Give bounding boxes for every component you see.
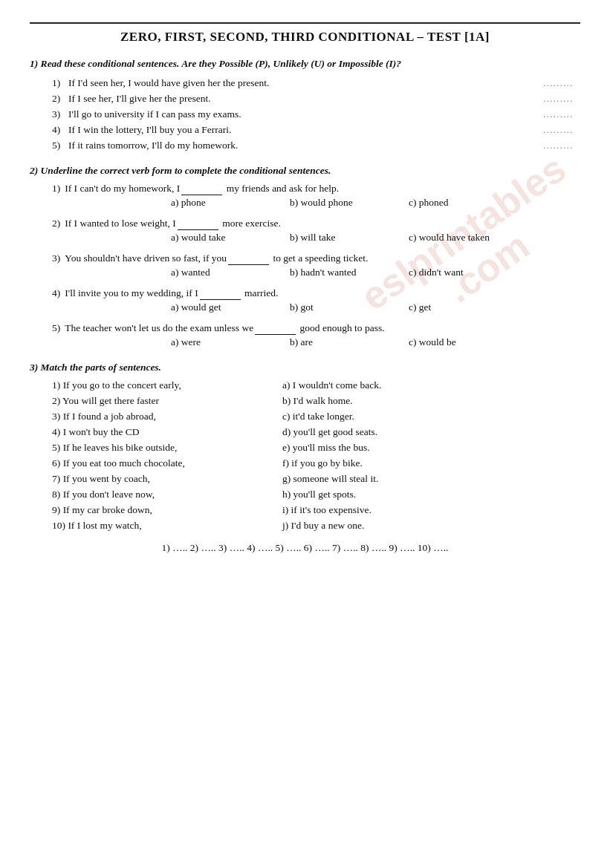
match-left: 5) If he leaves his bike outside, xyxy=(52,442,282,454)
item-dots: ……… xyxy=(536,93,580,105)
q-num: 2) xyxy=(52,218,60,229)
match-num: 7) xyxy=(52,473,60,484)
q-after: more exercise. xyxy=(220,218,281,229)
item-num: 2) xyxy=(52,93,68,105)
blank xyxy=(228,252,269,265)
answer-options-row: a) wereb) arec) would be xyxy=(171,336,580,348)
match-num: 9) xyxy=(52,504,60,515)
blank xyxy=(255,322,296,335)
match-left: 8) If you don't leave now, xyxy=(52,489,282,500)
match-left: 10) If I lost my watch, xyxy=(52,520,282,532)
item-dots: ……… xyxy=(536,77,580,89)
item-text: If I win the lottery, I'll buy you a Fer… xyxy=(68,124,231,136)
match-row: 2) You will get there fasterb) I'd walk … xyxy=(52,395,580,407)
answer-option: b) would phone xyxy=(290,197,409,209)
q-before: The teacher won't let us do the exam unl… xyxy=(65,322,253,333)
match-right: f) if you go by bike. xyxy=(282,457,363,469)
answer-option: b) are xyxy=(290,336,409,348)
answer-option: b) hadn't wanted xyxy=(290,267,409,278)
q-after: to get a speeding ticket. xyxy=(270,252,368,264)
section2-title: 2) Underline the correct verb form to co… xyxy=(30,165,580,177)
match-row: 4) I won't buy the CDd) you'll get good … xyxy=(52,426,580,438)
answer-option: a) phone xyxy=(171,197,290,209)
match-num: 8) xyxy=(52,489,60,500)
match-row: 3) If I found a job abroad,c) it'd take … xyxy=(52,411,580,422)
list-item: 1) If I'd seen her, I would have given h… xyxy=(52,77,580,89)
match-right: g) someone will steal it. xyxy=(282,473,378,485)
list-item: 1)If I can't do my homework, I my friend… xyxy=(52,183,580,209)
match-right: i) if it's too expensive. xyxy=(282,504,371,516)
answer-options-row: a) wantedb) hadn't wantedc) didn't want xyxy=(171,267,580,278)
item-dots: ……… xyxy=(536,108,580,120)
match-right: h) you'll get spots. xyxy=(282,489,356,500)
match-num: 10) xyxy=(52,520,65,531)
match-num: 2) xyxy=(52,395,60,406)
q-num: 1) xyxy=(52,183,60,194)
section3-match: 1) If you go to the concert early,a) I w… xyxy=(52,379,580,532)
match-right: e) you'll miss the bus. xyxy=(282,442,370,454)
q-before: If I wanted to lose weight, I xyxy=(65,218,176,229)
match-left: 9) If my car broke down, xyxy=(52,504,282,516)
match-row: 1) If you go to the concert early,a) I w… xyxy=(52,379,580,391)
match-left: 2) You will get there faster xyxy=(52,395,282,407)
answer-option: b) got xyxy=(290,301,409,313)
q-num: 4) xyxy=(52,287,60,298)
match-right: d) you'll get good seats. xyxy=(282,426,377,438)
question-text: 3)You shouldn't have driven so fast, if … xyxy=(52,252,580,265)
question-text: 4)I'll invite you to my wedding, if I ma… xyxy=(52,287,580,300)
list-item: 4)I'll invite you to my wedding, if I ma… xyxy=(52,287,580,313)
list-item: 5) If it rains tomorrow, I'll do my home… xyxy=(52,140,580,151)
match-left: 3) If I found a job abroad, xyxy=(52,411,282,422)
match-num: 4) xyxy=(52,426,60,437)
question-text: 1)If I can't do my homework, I my friend… xyxy=(52,183,580,195)
item-text: If it rains tomorrow, I'll do my homewor… xyxy=(68,140,238,151)
section3-answers: 1) ….. 2) ….. 3) ….. 4) ….. 5) ….. 6) ….… xyxy=(30,542,580,554)
item-text: If I see her, I'll give her the present. xyxy=(68,93,211,105)
match-right: j) I'd buy a new one. xyxy=(282,520,364,532)
match-num: 1) xyxy=(52,379,60,391)
answer-option: a) wanted xyxy=(171,267,290,278)
q-after: married. xyxy=(242,287,279,298)
question-text: 5)The teacher won't let us do the exam u… xyxy=(52,322,580,335)
item-dots: ……… xyxy=(536,140,580,151)
match-row: 8) If you don't leave now,h) you'll get … xyxy=(52,489,580,500)
q-after: good enough to pass. xyxy=(297,322,384,333)
q-before: If I can't do my homework, I xyxy=(65,183,180,194)
answer-options-row: a) would getb) gotc) get xyxy=(171,301,580,313)
section3-title: 3) Match the parts of sentences. xyxy=(30,362,580,373)
blank xyxy=(178,218,218,230)
match-right: c) it'd take longer. xyxy=(282,411,354,422)
answer-options-row: a) would takeb) will takec) would have t… xyxy=(171,232,580,244)
match-left: 7) If you went by coach, xyxy=(52,473,282,485)
match-row: 6) If you eat too much chocolate,f) if y… xyxy=(52,457,580,469)
item-num: 5) xyxy=(52,140,68,151)
match-num: 6) xyxy=(52,457,60,469)
section1-list: 1) If I'd seen her, I would have given h… xyxy=(52,77,580,151)
answer-option: c) phoned xyxy=(409,197,528,209)
answer-option: c) get xyxy=(409,301,528,313)
list-item: 3)You shouldn't have driven so fast, if … xyxy=(52,252,580,278)
q-before: I'll invite you to my wedding, if I xyxy=(65,287,198,298)
match-row: 10) If I lost my watch,j) I'd buy a new … xyxy=(52,520,580,532)
list-item: 3) I'll go to university if I can pass m… xyxy=(52,108,580,120)
item-text: If I'd seen her, I would have given her … xyxy=(68,77,269,89)
question-text: 2)If I wanted to lose weight, I more exe… xyxy=(52,218,580,230)
item-dots: ……… xyxy=(536,124,580,136)
section2-questions: 1)If I can't do my homework, I my friend… xyxy=(52,183,580,348)
answer-options-row: a) phoneb) would phonec) phoned xyxy=(171,197,580,209)
section1-title: 1) Read these conditional sentences. Are… xyxy=(30,58,580,70)
list-item: 2)If I wanted to lose weight, I more exe… xyxy=(52,218,580,244)
list-item: 5)The teacher won't let us do the exam u… xyxy=(52,322,580,348)
blank xyxy=(181,183,222,195)
match-left: 4) I won't buy the CD xyxy=(52,426,282,438)
match-right: b) I'd walk home. xyxy=(282,395,353,407)
item-num: 4) xyxy=(52,124,68,136)
q-after: my friends and ask for help. xyxy=(224,183,339,194)
match-left: 1) If you go to the concert early, xyxy=(52,379,282,391)
answer-option: b) will take xyxy=(290,232,409,244)
match-row: 5) If he leaves his bike outside,e) you'… xyxy=(52,442,580,454)
q-num: 5) xyxy=(52,322,60,333)
answer-option: a) would get xyxy=(171,301,290,313)
match-num: 3) xyxy=(52,411,60,422)
list-item: 4) If I win the lottery, I'll buy you a … xyxy=(52,124,580,136)
